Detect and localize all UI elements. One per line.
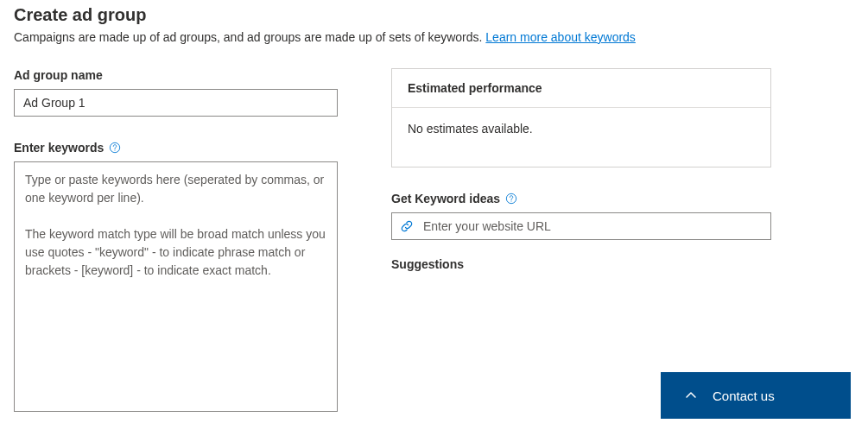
left-column: Ad group name Enter keywords: [14, 68, 338, 414]
help-icon[interactable]: [505, 193, 517, 205]
svg-point-3: [511, 201, 512, 202]
estimated-performance-title: Estimated performance: [392, 69, 770, 108]
contact-us-button[interactable]: Contact us: [661, 372, 851, 419]
suggestions-label: Suggestions: [391, 257, 771, 271]
estimated-performance-card: Estimated performance No estimates avail…: [391, 68, 771, 167]
page-title: Create ad group: [14, 5, 854, 25]
get-keyword-ideas-label: Get Keyword ideas: [391, 192, 771, 205]
website-url-input[interactable]: [391, 212, 771, 240]
enter-keywords-label: Enter keywords: [14, 141, 338, 155]
keywords-textarea[interactable]: [14, 161, 338, 412]
subtitle-text: Campaigns are made up of ad groups, and …: [14, 30, 485, 44]
estimated-performance-body: No estimates available.: [392, 108, 770, 167]
ad-group-name-label: Ad group name: [14, 68, 338, 82]
enter-keywords-label-text: Enter keywords: [14, 141, 104, 155]
get-keyword-ideas-label-text: Get Keyword ideas: [391, 192, 500, 205]
ad-group-name-input[interactable]: [14, 89, 338, 117]
page-subtitle: Campaigns are made up of ad groups, and …: [14, 30, 854, 44]
link-icon: [400, 219, 414, 233]
right-column: Estimated performance No estimates avail…: [391, 68, 771, 278]
chevron-up-icon: [685, 389, 697, 401]
keyword-ideas-section: Get Keyword ideas: [391, 192, 771, 271]
learn-more-keywords-link[interactable]: Learn more about keywords: [485, 30, 636, 44]
help-icon[interactable]: [109, 142, 121, 154]
contact-us-label: Contact us: [713, 389, 775, 403]
svg-point-1: [115, 150, 116, 151]
